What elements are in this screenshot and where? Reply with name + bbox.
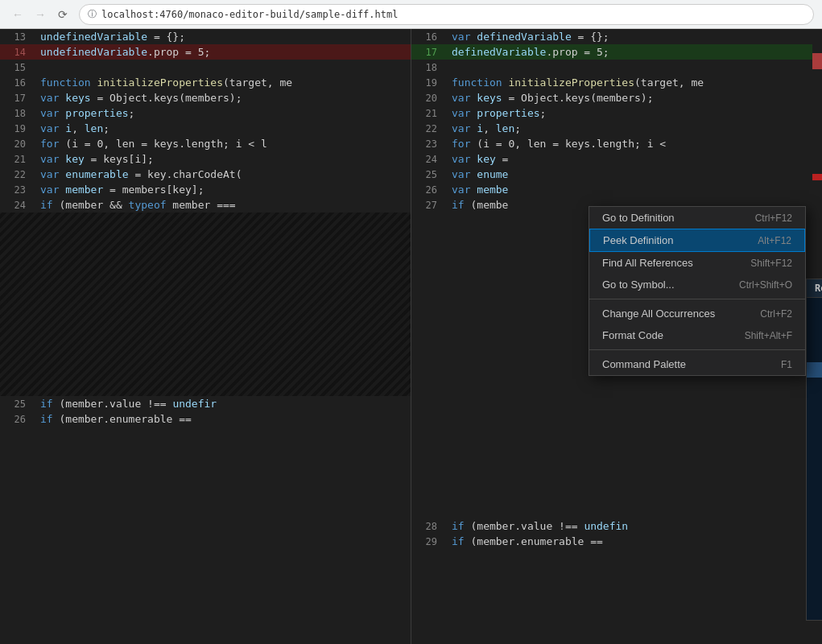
table-row: 15	[0, 60, 411, 75]
table-row: 24 var key =	[411, 151, 822, 167]
table-row: 18 var properties;	[0, 105, 411, 121]
menu-separator-2	[589, 349, 805, 350]
menu-item-label: Go to Definition	[602, 212, 675, 224]
table-row: 17 definedVariable.prop = 5;	[411, 44, 822, 60]
table-row: 34 continue;	[807, 546, 822, 561]
table-row: 20 var keys = Ob	[807, 332, 822, 347]
menu-item-peek-definition[interactable]: Peek Definition Alt+F12	[589, 229, 805, 252]
context-menu: Go to Definition Ctrl+F12 Peek Definitio…	[589, 206, 806, 376]
address-bar[interactable]: ⓘ localhost:4760/monaco-editor-build/sam…	[79, 4, 814, 25]
table-row: 31 }	[807, 500, 822, 515]
table-row: 33 properties[ke	[807, 530, 822, 546]
menu-item-go-to-definition[interactable]: Go to Definition Ctrl+F12	[589, 207, 805, 229]
references-content[interactable]: 18 19 function initiali 20 var keys = Ob	[807, 298, 822, 617]
lock-icon: ⓘ	[88, 8, 97, 20]
table-row: 18	[807, 301, 822, 316]
menu-shortcut: F1	[781, 359, 792, 370]
nav-buttons: ← → ⟳	[8, 5, 72, 24]
table-row: 22 var enumerable = key.charCodeAt(	[0, 167, 411, 182]
refresh-button[interactable]: ⟳	[53, 5, 72, 24]
references-title: References	[807, 279, 822, 298]
table-row: 30 member.er	[807, 485, 822, 500]
table-row: 24 var key =	[807, 393, 822, 408]
table-row: 23 for (i = 0, l	[807, 378, 822, 393]
menu-item-format-code[interactable]: Format Code Shift+Alt+F	[589, 324, 805, 346]
table-row: 25 if (member.value !== undefir	[0, 396, 411, 411]
table-row: 24 if (member && typeof member ===	[0, 197, 411, 213]
menu-shortcut: Ctrl+F2	[760, 308, 792, 320]
menu-item-go-to-symbol[interactable]: Go to Symbol... Ctrl+Shift+O	[589, 274, 805, 295]
deleted-region	[0, 213, 411, 396]
table-row: 28 if (member.value	[807, 454, 822, 469]
menu-item-label: Go to Symbol...	[602, 279, 675, 291]
table-row: 19 function initializeProperties(target,…	[411, 75, 822, 90]
menu-item-find-all-references[interactable]: Find All References Shift+F12	[589, 252, 805, 274]
table-row: 22 var i, len;	[411, 121, 822, 136]
menu-separator-1	[589, 299, 805, 299]
table-row: 19 function initiali	[807, 316, 822, 332]
menu-shortcut: Shift+F12	[750, 258, 792, 269]
table-row: 22 var i, len;	[807, 362, 822, 378]
menu-item-label: Change All Occurrences	[602, 308, 715, 320]
menu-shortcut: Alt+F12	[758, 235, 791, 246]
table-row: 16 function initializeProperties(target,…	[0, 75, 411, 90]
table-row: 27 if (member && typeof	[807, 439, 822, 454]
table-row: 25 var enume	[807, 408, 822, 423]
menu-item-command-palette[interactable]: Command Palette F1	[589, 353, 805, 375]
table-row: 21 var propertie	[807, 347, 822, 362]
table-row: 25 var enume	[411, 167, 822, 182]
table-row: 26 if (member.enumerable ==	[0, 411, 411, 427]
table-row: 20 for (i = 0, len = keys.length; i < l	[0, 136, 411, 151]
menu-shortcut: Shift+Alt+F	[745, 330, 792, 341]
table-row: 26 var membe	[411, 182, 822, 197]
browser-chrome: ← → ⟳ ⓘ localhost:4760/monaco-editor-bui…	[0, 0, 822, 29]
table-row: 29 if (member.enumerable ==	[411, 534, 822, 549]
table-row: 23 var member = members[key];	[0, 182, 411, 197]
table-row: 28 if (member.value !== undefin	[411, 518, 822, 534]
menu-item-label: Command Palette	[602, 358, 686, 370]
editor-container: 13 undefinedVariable = {}; 14 undefinedV…	[0, 29, 822, 644]
left-code-area[interactable]: 13 undefinedVariable = {}; 14 undefinedV…	[0, 29, 411, 644]
table-row: 16 var definedVariable = {};	[411, 29, 822, 44]
table-row: 14 undefinedVariable.prop = 5;	[0, 44, 411, 60]
table-row: 29 if (member.er	[807, 469, 822, 485]
table-row: 18	[411, 60, 822, 75]
menu-item-label: Peek Definition	[603, 234, 673, 246]
table-row: 32 properties |=	[807, 515, 822, 530]
table-row: 21 var key = keys[i];	[0, 151, 411, 167]
menu-item-label: Format Code	[602, 329, 663, 341]
menu-item-change-all-occurrences[interactable]: Change All Occurrences Ctrl+F2	[589, 303, 805, 324]
left-diff-panel: 13 undefinedVariable = {}; 14 undefinedV…	[0, 29, 411, 644]
forward-button[interactable]: →	[31, 5, 50, 24]
menu-shortcut: Ctrl+F12	[755, 213, 792, 224]
back-button[interactable]: ←	[8, 5, 27, 24]
menu-item-label: Find All References	[602, 257, 693, 269]
bottom-lines: 28 if (member.value !== undefin 29 if (m…	[411, 518, 822, 549]
url-text: localhost:4760/monaco-editor-build/sampl…	[101, 9, 398, 20]
table-row: 20 var keys = Object.keys(members);	[411, 90, 822, 105]
table-row: 21 var properties;	[411, 105, 822, 121]
table-row: 26 var member = members|	[807, 423, 822, 439]
table-row: 17 var keys = Object.keys(members);	[0, 90, 411, 105]
table-row: 19 var i, len;	[0, 121, 411, 136]
references-panel: References 18 19 function initiali 20	[806, 279, 822, 621]
menu-shortcut: Ctrl+Shift+O	[739, 279, 792, 291]
table-row: 23 for (i = 0, len = keys.length; i <	[411, 136, 822, 151]
table-row: 13 undefinedVariable = {};	[0, 29, 411, 44]
